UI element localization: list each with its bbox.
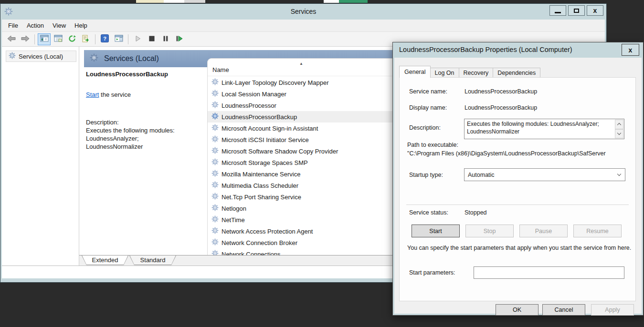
show-action-pane-button[interactable]	[112, 33, 125, 45]
tree-item-label: Services (Local)	[19, 53, 63, 60]
apply-button: Apply	[591, 304, 634, 316]
description-textbox[interactable]: Executes the following modules: Loudness…	[464, 119, 624, 139]
menu-help[interactable]: Help	[70, 20, 92, 31]
cancel-button[interactable]: Cancel	[542, 304, 585, 316]
service-name-label: Service name:	[409, 88, 447, 95]
menu-bar: FileActionViewHelp	[2, 20, 605, 32]
gear-icon	[9, 52, 16, 61]
maximize-button[interactable]	[568, 5, 585, 16]
service-name: Network Connections	[222, 251, 281, 255]
resume-service-button: Resume	[573, 225, 622, 237]
service-description: Description: Executes the following modu…	[86, 118, 203, 151]
column-header-name[interactable]: Name	[212, 66, 229, 73]
pause-service-icon	[162, 35, 169, 43]
sort-ascending-icon[interactable]: ▲	[299, 61, 303, 66]
gear-icon	[211, 147, 219, 155]
service-name: NetTime	[222, 216, 245, 224]
properties-dialog: LoudnessProcessorBackup Properties (Loca…	[392, 42, 644, 316]
stop-service-icon	[148, 35, 155, 43]
startup-type-value: Automatic	[468, 172, 495, 178]
minimize-button[interactable]	[549, 5, 566, 16]
minimize-icon	[555, 12, 561, 13]
toolbar-separator	[34, 34, 35, 44]
toolbar-separator	[128, 34, 128, 44]
back-icon	[7, 35, 16, 44]
forward-button[interactable]	[19, 33, 32, 45]
startup-type-label: Startup type:	[409, 172, 443, 178]
start-service-line: Start the service	[86, 91, 203, 98]
dialog-tab-recovery[interactable]: Recovery	[459, 68, 494, 78]
service-name: Microsoft iSCSI Initiator Service	[222, 136, 309, 143]
stop-service-button: Stop	[465, 225, 514, 237]
gear-icon	[211, 78, 219, 87]
restart-service-icon	[176, 35, 183, 43]
show-console-tree-button[interactable]	[38, 33, 51, 45]
startup-type-dropdown[interactable]: Automatic	[464, 168, 625, 181]
start-service-button[interactable]: Start	[412, 225, 460, 237]
scroll-up-button[interactable]	[615, 120, 623, 129]
scroll-down-button[interactable]	[615, 129, 623, 139]
gear-icon	[211, 124, 219, 133]
title-bar[interactable]: Services x	[0, 4, 606, 20]
start-service-suffix: the service	[99, 91, 130, 98]
view-tab-standard[interactable]: Standard	[129, 255, 176, 265]
service-name: Netlogon	[222, 205, 246, 212]
stop-service-button[interactable]	[145, 33, 158, 45]
dialog-tab-log-on[interactable]: Log On	[430, 68, 459, 78]
close-button[interactable]: x	[587, 5, 603, 16]
dialog-tab-dependencies[interactable]: Dependencies	[493, 68, 540, 78]
service-name: Network Access Protection Agent	[222, 228, 313, 235]
back-button[interactable]	[5, 33, 18, 45]
gear-icon	[211, 170, 219, 178]
maximize-icon	[574, 9, 579, 13]
dialog-tab-general[interactable]: General	[399, 66, 431, 78]
show-console-tree-icon	[40, 35, 49, 44]
general-tab-page: Service name: LoudnessProcessorBackup Di…	[399, 77, 636, 301]
properties-icon	[54, 35, 63, 44]
start-service-button[interactable]	[131, 33, 144, 45]
path-value: "C:\Program Files (x86)\DigaSystem\Loudn…	[407, 150, 633, 157]
background-window-fragment	[324, 0, 368, 3]
refresh-icon	[68, 34, 76, 44]
gear-icon	[211, 181, 219, 190]
ok-button[interactable]: OK	[496, 304, 538, 316]
gear-icon	[211, 112, 219, 121]
description-text: Executes the following modules: Loudness…	[467, 120, 613, 135]
gear-icon	[211, 227, 219, 235]
start-parameters-label: Start parameters:	[409, 269, 455, 276]
service-name: Link-Layer Topology Discovery Mapper	[222, 79, 328, 86]
menu-view[interactable]: View	[48, 20, 70, 31]
description-label: Description:	[409, 124, 441, 131]
properties-button[interactable]	[52, 33, 64, 45]
chevron-down-icon	[617, 131, 621, 135]
dialog-tabs: GeneralLog OnRecoveryDependencies	[399, 66, 540, 78]
start-service-icon	[135, 35, 141, 43]
window-title: Services	[0, 8, 606, 15]
menu-action[interactable]: Action	[22, 20, 48, 31]
service-name: Network Connection Broker	[222, 239, 297, 246]
service-name: Microsoft Software Shadow Copy Provider	[222, 148, 338, 155]
service-detail-column: LoudnessProcessorBackup Start the servic…	[86, 71, 203, 151]
dialog-close-button[interactable]: x	[622, 44, 639, 56]
refresh-button[interactable]	[65, 33, 78, 45]
menu-file[interactable]: File	[4, 20, 22, 31]
service-status-label: Service status:	[409, 209, 448, 216]
show-action-pane-icon	[115, 35, 123, 44]
description-scrollbar[interactable]	[615, 120, 623, 138]
help-button[interactable]: ?	[98, 33, 111, 45]
gear-icon	[90, 53, 98, 64]
restart-service-button[interactable]	[173, 33, 186, 45]
start-service-link[interactable]: Start	[86, 91, 99, 98]
view-tab-extended[interactable]: Extended	[82, 255, 128, 265]
export-list-button[interactable]	[79, 33, 92, 45]
dialog-title-bar[interactable]: LoudnessProcessorBackup Properties (Loca…	[393, 42, 643, 58]
svg-text:?: ?	[103, 36, 106, 41]
path-label: Path to executable:	[407, 142, 458, 148]
service-status-value: Stopped	[465, 209, 487, 216]
separator	[406, 204, 629, 205]
pane-header-title: Services (Local)	[104, 54, 159, 63]
tree-item-services-local[interactable]: Services (Local)	[6, 51, 76, 62]
pause-service-button[interactable]	[159, 33, 172, 45]
start-parameters-input[interactable]	[474, 266, 624, 279]
service-name: Mozilla Maintenance Service	[222, 171, 300, 178]
